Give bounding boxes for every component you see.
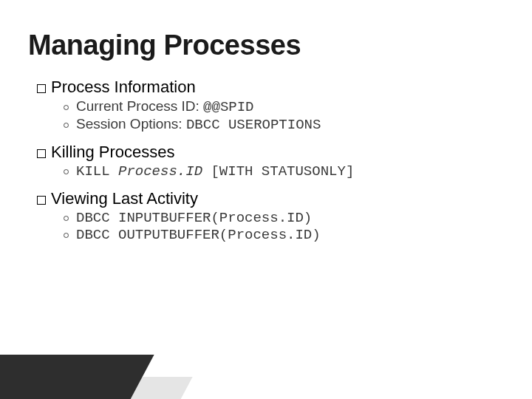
slide-title: Managing Processes	[28, 30, 504, 61]
bullet-lvl2: Session Options: DBCC USEROPTIONS	[64, 116, 504, 133]
lvl1-text: Process Information	[51, 78, 196, 97]
slide: Managing Processes Process Information C…	[0, 0, 532, 399]
bullet-lvl2: Current Process ID: @@SPID	[64, 98, 504, 115]
decorative-wedge-icon	[0, 355, 154, 399]
text-mono: @@SPID	[203, 99, 253, 115]
square-bullet-icon	[37, 84, 46, 93]
square-bullet-icon	[37, 149, 46, 158]
text-mono: KILL	[76, 163, 118, 180]
text-mono-italic: Process.ID	[118, 163, 202, 180]
square-bullet-icon	[37, 196, 46, 205]
bullet-lvl1: Killing Processes	[37, 143, 504, 162]
bullet-lvl1: Process Information	[37, 78, 504, 97]
lvl2-text: Current Process ID: @@SPID	[76, 98, 254, 115]
text-mono: DBCC USEROPTIONS	[186, 117, 321, 133]
circle-bullet-icon	[64, 216, 69, 221]
lvl2-text: Session Options: DBCC USEROPTIONS	[76, 116, 321, 133]
text-mono: [WITH STATUSONLY]	[202, 163, 354, 180]
bullet-lvl2: DBCC OUTPUTBUFFER(Process.ID)	[64, 227, 504, 243]
text-plain: Session Options:	[76, 116, 186, 132]
circle-bullet-icon	[64, 105, 69, 110]
lvl1-text: Killing Processes	[51, 143, 175, 162]
text-plain: Current Process ID:	[76, 98, 203, 114]
bullet-lvl2: DBCC INPUTBUFFER(Process.ID)	[64, 210, 504, 226]
circle-bullet-icon	[64, 169, 69, 174]
circle-bullet-icon	[64, 123, 69, 128]
bullet-lvl1: Viewing Last Activity	[37, 189, 504, 208]
circle-bullet-icon	[64, 233, 69, 238]
lvl2-text: DBCC OUTPUTBUFFER(Process.ID)	[76, 227, 321, 243]
bullet-lvl2: KILL Process.ID [WITH STATUSONLY]	[64, 163, 504, 180]
lvl2-text: DBCC INPUTBUFFER(Process.ID)	[76, 210, 312, 226]
lvl2-text: KILL Process.ID [WITH STATUSONLY]	[76, 163, 354, 180]
lvl1-text: Viewing Last Activity	[51, 189, 198, 208]
